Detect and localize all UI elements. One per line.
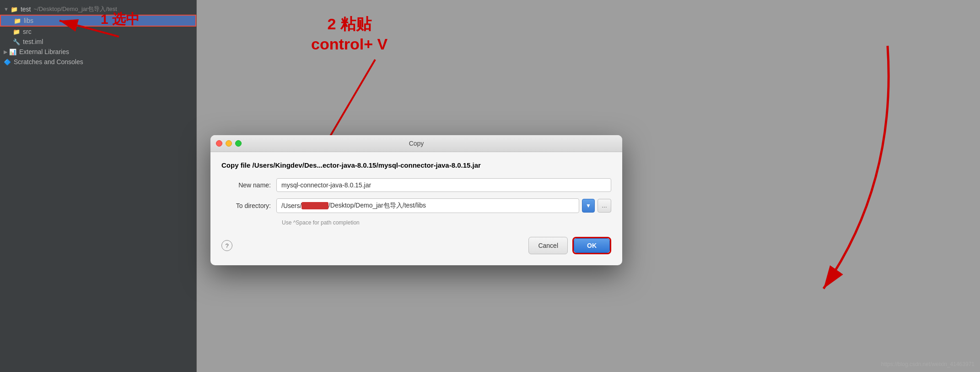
expand-arrow-external: ▶ xyxy=(4,49,7,55)
tree-label-src: src xyxy=(23,28,32,35)
dir-dropdown-btn[interactable]: ▼ xyxy=(582,199,595,213)
dialog-titlebar: Copy xyxy=(210,135,622,152)
to-directory-row: To directory: /Users/Kingdev/Desktop/Dem… xyxy=(221,198,611,213)
tree-label-iml: test.iml xyxy=(23,38,43,45)
tree-item-external[interactable]: ▶ 📊 External Libraries xyxy=(0,47,196,57)
minimize-button[interactable] xyxy=(226,140,232,147)
dialog-header-text: Copy file /Users/Kingdev/Des...ector-jav… xyxy=(221,161,611,169)
dialog-body: Copy file /Users/Kingdev/Des...ector-jav… xyxy=(210,152,622,265)
maximize-button[interactable] xyxy=(235,140,242,147)
new-name-input[interactable] xyxy=(276,178,611,192)
tree-label-scratches: Scratches and Consoles xyxy=(14,58,83,66)
folder-icon-libs: 📁 xyxy=(14,17,21,24)
dir-path-suffix: /Desktop/Demo_jar包导入/test/libs xyxy=(328,202,426,210)
tree-label-root: test xyxy=(21,5,31,13)
button-group: Cancel OK xyxy=(528,237,611,254)
new-name-label: New name: xyxy=(221,181,276,189)
close-button[interactable] xyxy=(216,140,222,147)
cancel-button[interactable]: Cancel xyxy=(528,237,568,254)
dir-input-display[interactable]: /Users/Kingdev/Desktop/Demo_jar包导入/test/… xyxy=(276,198,579,213)
ext-lib-icon: 📊 xyxy=(9,49,16,55)
expand-arrow-root: ▼ xyxy=(4,6,9,12)
tree-label-libs: libs xyxy=(24,17,33,24)
help-button[interactable]: ? xyxy=(221,240,232,251)
folder-icon-src: 📁 xyxy=(13,28,20,35)
file-tree: ▼ 📁 test ~/Desktop/Demo_jar包导入/test 📁 li… xyxy=(0,0,196,71)
ide-panel: ▼ 📁 test ~/Desktop/Demo_jar包导入/test 📁 li… xyxy=(0,0,197,372)
dialog-title: Copy xyxy=(409,140,424,147)
dir-browse-btn[interactable]: … xyxy=(598,199,611,213)
tree-item-libs[interactable]: 📁 libs xyxy=(0,15,196,27)
hint-text: Use ^Space for path completion xyxy=(282,219,611,226)
folder-icon-root: 📁 xyxy=(11,6,18,13)
dir-path-prefix: /Users/ xyxy=(281,202,302,209)
tree-item-root[interactable]: ▼ 📁 test ~/Desktop/Demo_jar包导入/test xyxy=(0,4,196,15)
scratch-icon: 🔷 xyxy=(4,59,11,66)
directory-row: /Users/Kingdev/Desktop/Demo_jar包导入/test/… xyxy=(276,198,611,213)
tree-item-src[interactable]: 📁 src xyxy=(0,27,196,37)
tree-path-root: ~/Desktop/Demo_jar包导入/test xyxy=(33,5,117,13)
watermark: https://blog.csdn.net/weixin_41463971 xyxy=(881,361,975,367)
copy-dialog: Copy Copy file /Users/Kingdev/Des...ecto… xyxy=(210,135,622,265)
ok-button-wrapper: OK xyxy=(572,237,611,254)
module-icon-iml: 🔧 xyxy=(13,38,20,45)
dialog-footer: ? Cancel OK xyxy=(221,233,611,254)
to-directory-label: To directory: xyxy=(221,202,276,209)
traffic-lights xyxy=(216,140,242,147)
tree-item-iml[interactable]: 🔧 test.iml xyxy=(0,37,196,47)
dialog-container: Copy Copy file /Users/Kingdev/Des...ecto… xyxy=(210,135,622,265)
dir-redacted: Kingdev xyxy=(302,202,328,209)
tree-item-scratches[interactable]: 🔷 Scratches and Consoles xyxy=(0,57,196,67)
ok-button[interactable]: OK xyxy=(574,238,610,253)
new-name-row: New name: xyxy=(221,178,611,192)
tree-label-external: External Libraries xyxy=(19,48,69,55)
